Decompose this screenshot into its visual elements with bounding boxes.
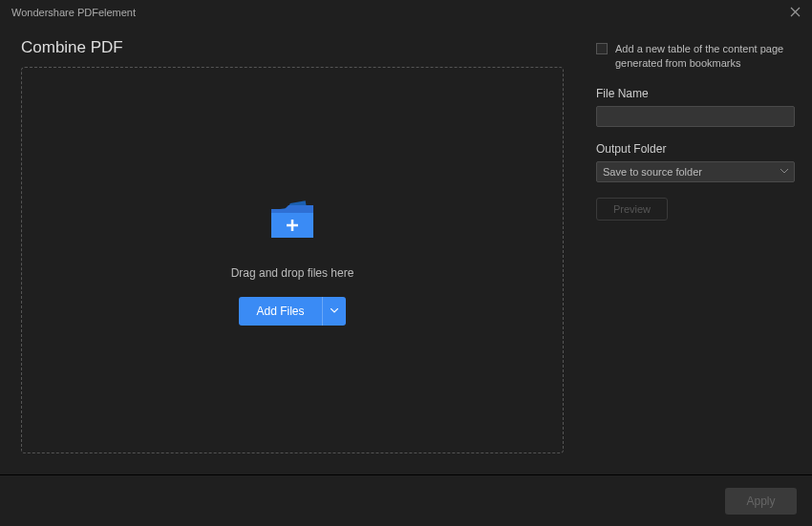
footer: Apply	[0, 474, 812, 526]
dropzone-hint: Drag and drop files here	[231, 266, 354, 280]
output-folder-value: Save to source folder	[603, 166, 702, 178]
close-icon[interactable]	[790, 5, 801, 20]
titlebar: Wondershare PDFelement	[0, 0, 812, 25]
main-panel: Combine PDF Drag and drop files here Add…	[0, 25, 585, 474]
side-panel: Add a new table of the content page gene…	[585, 25, 812, 474]
file-name-field-group: File Name	[596, 87, 795, 127]
add-files-button[interactable]: Add Files	[239, 297, 321, 326]
folder-plus-icon	[267, 196, 317, 242]
file-name-label: File Name	[596, 87, 795, 100]
chevron-down-icon	[780, 169, 788, 174]
chevron-down-icon	[331, 308, 338, 313]
add-files-button-group: Add Files	[239, 297, 345, 326]
output-folder-label: Output Folder	[596, 142, 795, 156]
toc-checkbox-label: Add a new table of the content page gene…	[615, 42, 795, 72]
output-folder-select[interactable]: Save to source folder	[596, 161, 795, 182]
preview-button[interactable]: Preview	[596, 198, 668, 221]
dropzone[interactable]: Drag and drop files here Add Files	[21, 67, 564, 453]
add-files-dropdown-button[interactable]	[322, 297, 346, 326]
toc-checkbox[interactable]	[596, 43, 608, 54]
output-folder-field-group: Output Folder Save to source folder	[596, 142, 795, 182]
toc-checkbox-row[interactable]: Add a new table of the content page gene…	[596, 42, 795, 72]
app-name: Wondershare PDFelement	[11, 7, 136, 18]
content-area: Combine PDF Drag and drop files here Add…	[0, 25, 812, 474]
page-title: Combine PDF	[21, 38, 564, 57]
file-name-input[interactable]	[596, 106, 795, 127]
apply-button[interactable]: Apply	[725, 488, 797, 515]
